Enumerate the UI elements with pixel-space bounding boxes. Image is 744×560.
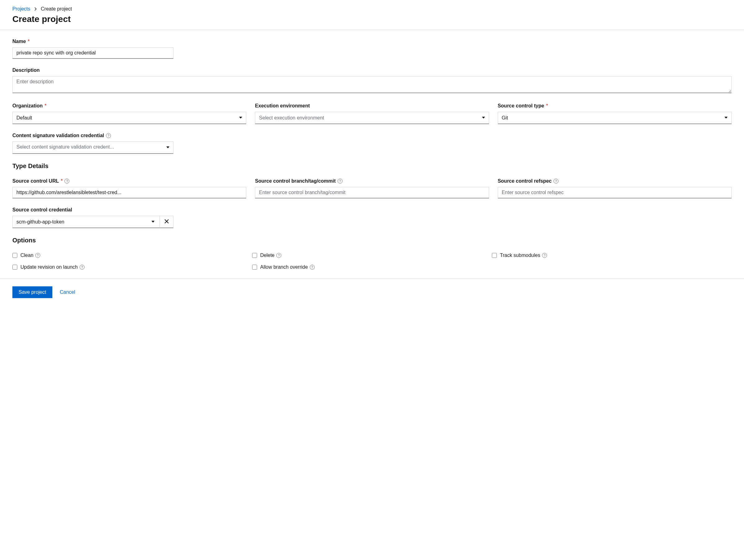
- help-icon[interactable]: ?: [276, 253, 281, 258]
- header-divider: [0, 30, 744, 30]
- track-submodules-label[interactable]: Track submodules ?: [500, 252, 547, 258]
- source-control-type-select[interactable]: Git: [498, 112, 732, 124]
- delete-checkbox[interactable]: [252, 253, 257, 258]
- help-icon[interactable]: ?: [542, 253, 547, 258]
- execution-environment-select[interactable]: Select execution environment: [255, 112, 489, 124]
- organization-select[interactable]: Default: [12, 112, 246, 124]
- required-mark: *: [546, 103, 548, 109]
- name-input[interactable]: [12, 47, 174, 59]
- close-icon: [164, 219, 169, 225]
- scm-branch-label: Source control branch/tag/commit ?: [255, 178, 489, 184]
- scm-credential-select[interactable]: scm-github-app-token: [12, 216, 160, 228]
- help-icon[interactable]: ?: [80, 265, 84, 270]
- required-mark: *: [28, 39, 30, 44]
- clean-checkbox[interactable]: [12, 253, 17, 258]
- execution-environment-label: Execution environment: [255, 103, 489, 109]
- organization-label: Organization *: [12, 103, 246, 109]
- footer-divider: [0, 279, 744, 279]
- content-signature-select[interactable]: Select content signature validation cred…: [12, 142, 174, 154]
- breadcrumb-root-link[interactable]: Projects: [12, 6, 30, 12]
- help-icon[interactable]: ?: [65, 178, 69, 184]
- clear-credential-button[interactable]: [160, 216, 174, 228]
- description-input[interactable]: [12, 76, 732, 93]
- description-label: Description: [12, 68, 732, 73]
- name-label: Name *: [12, 39, 174, 44]
- update-revision-label[interactable]: Update revision on launch ?: [21, 264, 84, 270]
- cancel-button[interactable]: Cancel: [60, 289, 75, 295]
- help-icon[interactable]: ?: [310, 265, 315, 270]
- track-submodules-checkbox[interactable]: [492, 253, 497, 258]
- breadcrumb: Projects Create project: [12, 6, 732, 12]
- scm-refspec-input[interactable]: [498, 187, 732, 198]
- chevron-right-icon: [34, 6, 37, 11]
- allow-branch-override-label[interactable]: Allow branch override ?: [260, 264, 315, 270]
- allow-branch-override-checkbox[interactable]: [252, 265, 257, 270]
- scm-url-input[interactable]: [12, 187, 246, 198]
- help-icon[interactable]: ?: [35, 253, 40, 258]
- scm-refspec-label: Source control refspec ?: [498, 178, 732, 184]
- help-icon[interactable]: ?: [338, 178, 343, 184]
- source-control-type-label: Source control type *: [498, 103, 732, 109]
- help-icon[interactable]: ?: [106, 133, 111, 138]
- save-button[interactable]: Save project: [12, 286, 52, 298]
- clean-label[interactable]: Clean ?: [21, 252, 40, 258]
- options-heading: Options: [12, 237, 732, 244]
- required-mark: *: [45, 103, 46, 109]
- scm-branch-input[interactable]: [255, 187, 489, 198]
- delete-label[interactable]: Delete ?: [260, 252, 281, 258]
- update-revision-checkbox[interactable]: [12, 265, 17, 270]
- breadcrumb-current: Create project: [41, 6, 72, 12]
- required-mark: *: [61, 178, 63, 184]
- page-title: Create project: [12, 14, 732, 24]
- help-icon[interactable]: ?: [554, 178, 558, 184]
- scm-credential-label: Source control credential: [12, 207, 174, 213]
- type-details-heading: Type Details: [12, 162, 732, 170]
- scm-url-label: Source control URL * ?: [12, 178, 246, 184]
- content-signature-label: Content signature validation credential …: [12, 133, 174, 138]
